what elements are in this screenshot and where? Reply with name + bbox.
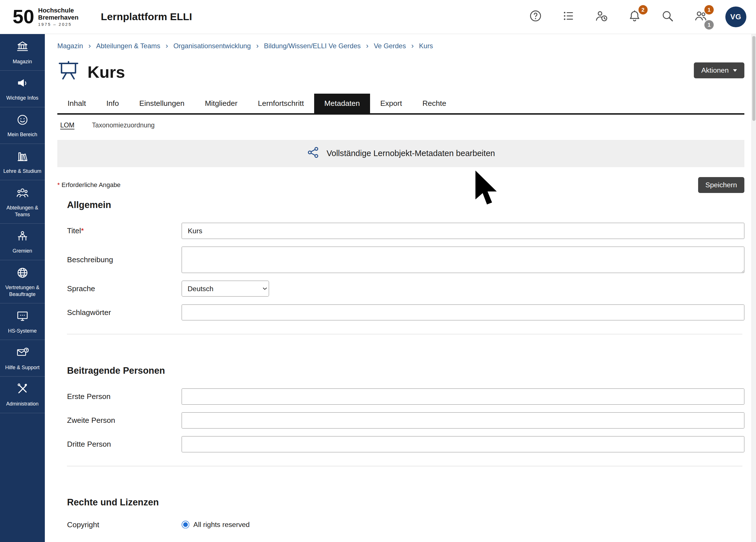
- sprache-select[interactable]: Deutsch: [182, 281, 269, 297]
- scrollbar-thumb[interactable]: [752, 36, 755, 121]
- tab-metadaten[interactable]: Metadaten: [314, 94, 370, 113]
- schlagwoerter-label: Schlagwörter: [67, 308, 182, 317]
- sidebar-item-mein-bereich[interactable]: Mein Bereich: [0, 107, 45, 144]
- copyright-radio[interactable]: [182, 521, 189, 528]
- sidebar-item-vertretungen-beauftragte[interactable]: Vertretungen & Beauftragte: [0, 260, 45, 303]
- subtab-lom[interactable]: LOM: [60, 121, 74, 129]
- speichern-button[interactable]: Speichern: [698, 177, 744, 193]
- sidebar-item-administration[interactable]: Administration: [0, 377, 45, 413]
- notifications-button[interactable]: 2: [626, 9, 643, 25]
- recent-activity-button[interactable]: [593, 9, 610, 25]
- top-header: 50 Hochschule Bremerhaven 1975 – 2025 Le…: [0, 0, 756, 34]
- breadcrumb-separator: ›: [166, 42, 168, 50]
- monitor-icon: [16, 310, 29, 324]
- sidebar-item-abteilungen-teams[interactable]: Abteilungen & Teams: [0, 180, 45, 223]
- sidebar-item-lehre-studium[interactable]: Lehre & Studium: [0, 144, 45, 180]
- sprache-row: Sprache Deutsch: [67, 281, 744, 297]
- tab-mitglieder[interactable]: Mitglieder: [195, 94, 248, 113]
- team-icon: [16, 187, 29, 201]
- course-board-icon: [57, 60, 80, 84]
- breadcrumb: Magazin › Abteilungen & Teams › Organisa…: [57, 40, 744, 56]
- full-metadata-link[interactable]: Vollständige Lernobjekt-Metadaten bearbe…: [307, 146, 495, 161]
- avatar[interactable]: VG: [725, 7, 746, 28]
- tab-rechte[interactable]: Rechte: [412, 94, 456, 113]
- section-rechte-lizenzen: Rechte und Lizenzen: [67, 497, 744, 508]
- task-list-button[interactable]: [560, 9, 577, 25]
- aktionen-button[interactable]: Aktionen: [694, 62, 744, 78]
- notifications-badge: 2: [639, 5, 648, 14]
- erste-person-label: Erste Person: [67, 392, 182, 401]
- tab-bar: Inhalt Info Einstellungen Mitglieder Ler…: [57, 94, 744, 115]
- page: { "header": { "app_title": "Lernplattfor…: [0, 0, 756, 542]
- smiley-icon: [16, 114, 29, 128]
- globe-icon: [16, 266, 29, 281]
- section-allgemein: Allgemein: [67, 200, 744, 210]
- beschreibung-row: Beschreibung: [67, 247, 744, 273]
- page-title: Kurs: [87, 62, 125, 81]
- scrollbar[interactable]: [751, 34, 756, 542]
- erste-person-row: Erste Person: [67, 388, 744, 404]
- main-content: Magazin › Abteilungen & Teams › Organisa…: [45, 34, 756, 529]
- megaphone-icon: [16, 77, 29, 92]
- zweite-person-input[interactable]: [182, 412, 744, 428]
- chevron-down-icon: [733, 69, 737, 72]
- help-icon: [529, 9, 542, 24]
- schlagwoerter-input[interactable]: [182, 304, 744, 320]
- titel-row: Titel*: [67, 223, 744, 239]
- committee-icon: [16, 230, 29, 245]
- contacts-badge-secondary: 1: [704, 20, 714, 30]
- breadcrumb-item-organisationsentwicklung[interactable]: Organisationsentwicklung: [173, 42, 251, 50]
- breadcrumb-item-abteilungen-teams[interactable]: Abteilungen & Teams: [96, 42, 160, 50]
- page-title-row: Kurs Aktionen: [57, 60, 744, 84]
- sidebar-item-gremien[interactable]: Gremien: [0, 224, 45, 260]
- person-clock-icon: [595, 9, 608, 24]
- sidebar-item-hs-systeme[interactable]: HS-Systeme: [0, 303, 45, 340]
- task-list-icon: [562, 9, 575, 24]
- titel-label: Titel*: [67, 226, 182, 235]
- tab-info[interactable]: Info: [96, 94, 129, 113]
- metadata-share-icon: [307, 146, 320, 161]
- metadata-form: Allgemein Titel* Beschreibung Sprache De…: [57, 200, 744, 529]
- copyright-label: Copyright: [67, 520, 182, 529]
- subtab-bar: LOM Taxonomiezuordnung: [57, 115, 744, 137]
- header-actions: 2 1 1 VG: [527, 7, 746, 28]
- beschreibung-label: Beschreibung: [67, 255, 182, 264]
- beschreibung-textarea[interactable]: [182, 247, 744, 273]
- breadcrumb-item-kurs[interactable]: Kurs: [419, 42, 433, 50]
- section-divider: [67, 466, 742, 466]
- erste-person-input[interactable]: [182, 388, 744, 404]
- zweite-person-label: Zweite Person: [67, 416, 182, 425]
- dritte-person-input[interactable]: [182, 436, 744, 452]
- breadcrumb-item-bildung-wissen[interactable]: Bildung/Wissen/ELLI Ve Gerdes: [264, 42, 361, 50]
- help-button[interactable]: [527, 9, 544, 25]
- sidebar-item-hilfe-support[interactable]: Hilfe & Support: [0, 340, 45, 377]
- books-icon: [16, 150, 29, 165]
- form-toolbar: * Erforderliche Angabe Speichern: [57, 177, 744, 193]
- contacts-button[interactable]: 1 1: [692, 9, 709, 25]
- logo-text: Hochschule Bremerhaven 1975 – 2025: [38, 7, 78, 27]
- schlagwoerter-row: Schlagwörter: [67, 304, 744, 320]
- tab-export[interactable]: Export: [370, 94, 412, 113]
- breadcrumb-separator: ›: [88, 42, 91, 50]
- section-divider: [67, 334, 742, 334]
- breadcrumb-item-magazin[interactable]: Magazin: [57, 42, 83, 50]
- titel-input[interactable]: [182, 223, 744, 239]
- university-logo[interactable]: 50 Hochschule Bremerhaven 1975 – 2025: [13, 7, 79, 27]
- tab-einstellungen[interactable]: Einstellungen: [129, 94, 195, 113]
- dritte-person-label: Dritte Person: [67, 440, 182, 449]
- full-metadata-banner: Vollständige Lernobjekt-Metadaten bearbe…: [57, 140, 744, 167]
- breadcrumb-item-ve-gerdes[interactable]: Ve Gerdes: [374, 42, 406, 50]
- copyright-option-row: All rights reserved: [182, 521, 744, 529]
- tab-lernfortschritt[interactable]: Lernfortschritt: [248, 94, 314, 113]
- sprache-select-wrap: Deutsch: [182, 281, 744, 297]
- zweite-person-row: Zweite Person: [67, 412, 744, 428]
- sidebar-item-magazin[interactable]: Magazin: [0, 34, 45, 71]
- bank-icon: [16, 40, 29, 55]
- tools-icon: [16, 383, 29, 398]
- search-button[interactable]: [659, 9, 676, 25]
- breadcrumb-separator: ›: [256, 42, 259, 50]
- tab-inhalt[interactable]: Inhalt: [57, 94, 96, 113]
- copyright-option-label: All rights reserved: [193, 521, 250, 529]
- subtab-taxonomiezuordnung[interactable]: Taxonomiezuordnung: [92, 121, 155, 129]
- sidebar-item-wichtige-infos[interactable]: Wichtige Infos: [0, 71, 45, 107]
